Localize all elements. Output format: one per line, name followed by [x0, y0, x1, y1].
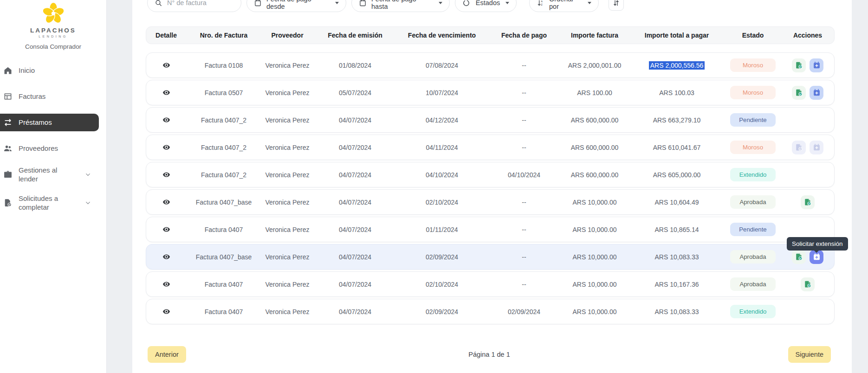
date-to-filter[interactable]: Fecha de pago hasta [351, 0, 450, 12]
view-detail-button[interactable] [162, 60, 171, 70]
cell-total-amount: ARS 663,279.10 [628, 116, 725, 124]
status-badge: Aprobada [730, 195, 776, 209]
sidebar-item-gestiones-al-lender[interactable]: Gestiones al lender [0, 166, 99, 183]
sort-updown-icon [612, 0, 620, 7]
document-check-button[interactable] [792, 86, 806, 100]
pagination: Anterior Página 1 de 1 Siguiente [148, 346, 831, 363]
cell-invoice-number: Factura 0407_2 [186, 171, 261, 179]
view-detail-button[interactable] [162, 142, 171, 152]
table-row: Factura 0407_base Veronica Perez 04/07/2… [146, 189, 835, 215]
cell-invoice-number: Factura 0407 [186, 281, 261, 288]
cell-payment-date: -- [487, 199, 561, 206]
view-detail-button[interactable] [162, 307, 171, 316]
dropdown-caret-icon [439, 2, 442, 4]
document-check-button[interactable] [801, 195, 815, 209]
calendar-plus-icon [813, 143, 821, 151]
status-badge: Pendiente [730, 113, 776, 127]
cell-actions [780, 277, 835, 291]
cell-total-amount: ARS 10,865.14 [628, 226, 725, 233]
cell-invoice-number: Factura 0407_2 [186, 144, 261, 151]
cell-invoice-amount: ARS 100.00 [561, 89, 628, 96]
document-check-icon [804, 198, 812, 206]
document-check-button[interactable] [792, 58, 806, 72]
cell-status: Aprobada [725, 277, 780, 291]
view-detail-button[interactable] [162, 88, 171, 97]
sidebar: LAPACHOS LENDING Consola Comprador Inici… [0, 0, 107, 373]
date-from-filter[interactable]: Fecha de pago desde [246, 0, 346, 12]
cell-invoice-amount: ARS 10,000.00 [561, 281, 628, 288]
swap-arrows-icon [3, 118, 13, 127]
cell-payment-date: -- [487, 144, 561, 151]
cell-invoice-number: Factura 0407_base [186, 199, 261, 206]
document-check-button[interactable] [792, 250, 806, 264]
sidebar-item-inicio[interactable]: Inicio [0, 62, 99, 79]
cell-due-date: 01/11/2024 [397, 226, 487, 233]
status-badge: Moroso [730, 86, 776, 99]
table-header-row: Detalle Nro. de Factura Proveedor Fecha … [146, 26, 835, 44]
cell-issue-date: 04/07/2024 [313, 308, 397, 315]
cell-due-date: 02/09/2024 [397, 253, 487, 261]
view-detail-button[interactable] [162, 279, 171, 289]
search-icon [155, 0, 162, 7]
invoice-search-field[interactable] [147, 0, 241, 12]
view-detail-button[interactable] [162, 197, 171, 207]
dropdown-caret-icon [335, 2, 339, 4]
calendar-icon [359, 0, 367, 7]
view-detail-button[interactable] [162, 170, 171, 180]
cell-total-amount: ARS 10,083.33 [628, 308, 725, 315]
request-extension-button[interactable] [810, 58, 823, 72]
status-badge: Moroso [730, 58, 776, 72]
cell-invoice-amount: ARS 10,000.00 [561, 253, 628, 261]
cell-actions [780, 141, 835, 154]
status-badge: Aprobada [730, 250, 776, 264]
eye-icon [162, 116, 170, 124]
sort-az-icon [537, 0, 544, 7]
view-detail-button[interactable] [162, 252, 171, 262]
request-extension-button[interactable] [810, 86, 823, 100]
tooltip-solicitar-extension: Solicitar extensión [787, 237, 848, 251]
cell-total-amount: ARS 605,000.00 [628, 171, 725, 179]
cell-provider: Veronica Perez [261, 89, 313, 96]
eye-icon [162, 171, 170, 179]
sidebar-item-proveedores[interactable]: Proveedores [0, 140, 99, 157]
header-estado: Estado [725, 32, 780, 39]
order-by-filter[interactable]: Ordenar por [529, 0, 599, 12]
view-detail-button[interactable] [162, 115, 171, 125]
cell-actions [780, 86, 835, 100]
status-badge: Pendiente [730, 223, 776, 236]
cell-invoice-number: Factura 0507 [186, 89, 261, 96]
cell-due-date: 04/11/2024 [397, 144, 487, 151]
table-row-hovered: Factura 0407_base Veronica Perez 04/07/2… [146, 244, 835, 270]
cell-status: Aprobada [725, 250, 780, 264]
sidebar-item-facturas[interactable]: Facturas [0, 88, 99, 105]
briefcase-icon [3, 170, 13, 179]
lapachos-flower-icon [40, 2, 67, 26]
sort-direction-button[interactable] [609, 0, 624, 11]
status-filter[interactable]: Estados [455, 0, 517, 12]
cell-provider: Veronica Perez [261, 226, 313, 233]
cell-total-amount: ARS 2,000,556.56 [628, 62, 725, 69]
cell-payment-date: 04/10/2024 [487, 171, 561, 179]
brand-name: LAPACHOS [0, 27, 106, 34]
cell-actions [780, 195, 835, 209]
sidebar-item-solicitudes-a-completar[interactable]: Solicitudes a completar [0, 192, 99, 214]
cell-total-amount: ARS 10,604.49 [628, 199, 725, 206]
cell-provider: Veronica Perez [261, 199, 313, 206]
eye-icon [162, 61, 170, 69]
search-input[interactable] [167, 0, 232, 6]
eye-icon [162, 308, 170, 315]
next-page-button[interactable]: Siguiente [788, 346, 831, 363]
eye-icon [162, 225, 170, 233]
main-content: Fecha de pago desde Fecha de pago hasta … [132, 0, 852, 373]
sidebar-item-prestamos[interactable]: Préstamos [0, 114, 99, 131]
previous-page-button[interactable]: Anterior [148, 346, 186, 363]
header-proveedor: Proveedor [261, 32, 313, 39]
cell-provider: Veronica Perez [261, 171, 313, 179]
cell-provider: Veronica Perez [261, 308, 313, 315]
cell-invoice-amount: ARS 600,000.00 [561, 144, 628, 151]
document-check-button[interactable] [801, 277, 815, 291]
selected-text: ARS 2,000,556.56 [649, 61, 705, 70]
view-detail-button[interactable] [162, 225, 171, 234]
document-check-icon [795, 253, 803, 261]
header-fecha-emision: Fecha de emisión [313, 32, 397, 39]
